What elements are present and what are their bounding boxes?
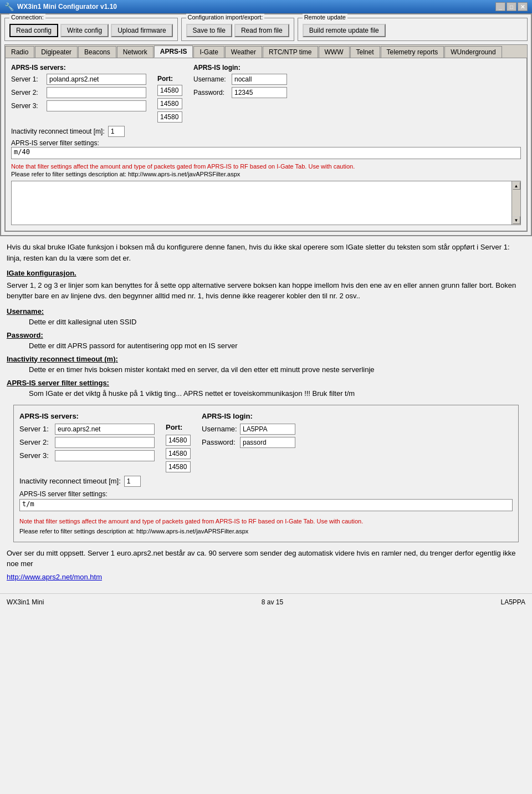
connection-group: Connection: Read config Write config Upl…	[4, 18, 178, 41]
description-section: Hvis du skal bruke IGate funksjon i boks…	[0, 236, 532, 588]
tab-www[interactable]: WWW	[319, 46, 350, 58]
login-section: APRS-IS login: Username: Password:	[193, 64, 287, 98]
password-input[interactable]	[232, 87, 287, 98]
tab-network[interactable]: Network	[117, 46, 154, 58]
example-port1-input[interactable]	[166, 435, 191, 446]
example-password-input[interactable]	[240, 437, 295, 448]
inactivity-heading: Inactivity reconnect timeout (m):	[7, 355, 118, 363]
password-desc: Dette er ditt APRS passord for autentise…	[29, 340, 525, 352]
server1-label: Server 1:	[11, 75, 44, 83]
server3-input[interactable]	[47, 100, 146, 111]
inactivity-row: Inactivity reconnect timeout [m]:	[11, 126, 521, 137]
servers-label: APRS-IS servers:	[11, 64, 146, 72]
desc-heading1: IGate konfigurasjon.	[7, 268, 525, 279]
port3-input[interactable]	[157, 111, 182, 123]
example-filter-label: APRS-IS server filter settings:	[19, 489, 513, 499]
username-label: Username:	[193, 75, 229, 83]
tabs-container: Radio Digipeater Beacons Network APRS-IS…	[4, 44, 528, 232]
tab-digipeater[interactable]: Digipeater	[35, 46, 78, 58]
minimize-button[interactable]: _	[495, 2, 505, 11]
filter-label: APRS-IS server filter settings:	[11, 139, 521, 147]
titlebar: 🔧 WX3in1 Mini Configurator v1.10 _ □ ✕	[0, 0, 532, 13]
filter-heading: APRS-IS server filter settings:	[7, 379, 109, 387]
server2-label: Server 2:	[11, 89, 44, 96]
read-config-button[interactable]: Read config	[9, 24, 58, 37]
log-scrollbar[interactable]: ▲ ▼	[511, 181, 520, 225]
titlebar-controls[interactable]: _ □ ✕	[495, 2, 528, 11]
save-to-file-button[interactable]: Save to file	[186, 24, 232, 37]
desc-para2: Server 1, 2 og 3 er linjer som kan benyt…	[7, 280, 525, 302]
example-password-label: Password:	[202, 437, 238, 448]
tabs-row: Radio Digipeater Beacons Network APRS-IS…	[5, 45, 527, 58]
example-username-input[interactable]	[240, 424, 295, 435]
password-heading: Password:	[7, 331, 43, 339]
build-remote-update-button[interactable]: Build remote update file	[303, 24, 386, 37]
port2-input[interactable]	[157, 98, 182, 109]
example-server3-input[interactable]	[55, 450, 155, 461]
write-config-button[interactable]: Write config	[60, 24, 109, 37]
port1-input[interactable]	[157, 85, 182, 96]
example-login-header: APRS-IS login:	[202, 411, 295, 422]
example-server2-label: Server 2:	[19, 437, 53, 448]
example-config-box: APRS-IS servers: Server 1: Server 2: Ser…	[13, 405, 519, 542]
example-port-header: Port:	[166, 422, 191, 433]
filter-input[interactable]: m/40	[11, 147, 521, 159]
port-header: Port:	[157, 75, 182, 83]
server2-input[interactable]	[47, 87, 146, 98]
example-filter-input[interactable]: t/m	[19, 499, 513, 511]
app-icon: 🔧	[4, 2, 14, 11]
example-server2-input[interactable]	[55, 437, 155, 448]
log-area: ▲ ▼	[11, 181, 521, 225]
upload-firmware-button[interactable]: Upload firmware	[111, 24, 172, 37]
maximize-button[interactable]: □	[507, 2, 516, 11]
tab-wunderground[interactable]: WUnderground	[444, 46, 502, 58]
server1-input[interactable]	[47, 74, 146, 85]
desc-heading2: Username:	[7, 306, 525, 317]
desc-heading4: Inactivity reconnect timeout (m):	[7, 354, 525, 365]
main-window: Connection: Read config Write config Upl…	[0, 13, 532, 236]
example-port2-input[interactable]	[166, 448, 191, 459]
login-header: APRS-IS login:	[193, 64, 287, 72]
servers-section: APRS-IS servers: Server 1: Server 2: Ser…	[11, 64, 146, 111]
inactivity-input[interactable]	[108, 126, 125, 137]
tab-aprs-is[interactable]: APRS-IS	[154, 45, 193, 58]
desc-para1: Hvis du skal bruke IGate funksjon i boks…	[7, 242, 525, 263]
tab-radio[interactable]: Radio	[5, 46, 34, 58]
tab-beacons[interactable]: Beacons	[78, 46, 116, 58]
tab-rtc-ntp[interactable]: RTC/NTP time	[263, 46, 318, 58]
config-io-group: Configuration import/export: Save to fil…	[181, 18, 294, 41]
close-button[interactable]: ✕	[518, 2, 528, 11]
scroll-down-button[interactable]: ▼	[513, 216, 520, 224]
inactivity-desc: Dette er en timer hvis boksen mister kon…	[29, 364, 525, 375]
example-port3-input[interactable]	[166, 461, 191, 472]
remote-update-group: Remote update Build remote update file	[298, 18, 528, 41]
config-io-legend: Configuration import/export:	[186, 14, 265, 21]
titlebar-title: WX3in1 Mini Configurator v1.10	[17, 3, 117, 11]
server3-label: Server 3:	[11, 102, 44, 110]
read-from-file-button[interactable]: Read from file	[234, 24, 289, 37]
example-inactivity-input[interactable]	[124, 476, 141, 487]
closing-text: Over ser du mitt oppsett. Server 1 euro.…	[7, 549, 515, 568]
username-desc: Dette er ditt kallesignal uten SSID	[29, 317, 525, 328]
scroll-up-button[interactable]: ▲	[513, 182, 520, 190]
filter-desc: Som IGate er det viktg å huske på 1 vikt…	[29, 388, 525, 399]
example-servers-section: APRS-IS servers: Server 1: Server 2: Ser…	[19, 411, 155, 462]
username-heading: Username:	[7, 307, 44, 315]
titlebar-left: 🔧 WX3in1 Mini Configurator v1.10	[4, 2, 117, 11]
password-label: Password:	[193, 89, 229, 96]
tab-content-aprs-is: APRS-IS servers: Server 1: Server 2: Ser…	[5, 58, 527, 231]
example-username-label: Username:	[202, 424, 238, 435]
example-server1-input[interactable]	[55, 424, 155, 435]
footer-left: WX3in1 Mini	[7, 598, 44, 606]
tab-telnet[interactable]: Telnet	[350, 46, 380, 58]
example-note-black: Please refer to filter settings descript…	[19, 527, 513, 536]
aprs2-link[interactable]: http://www.aprs2.net/mon.htm	[7, 573, 102, 581]
tab-weather[interactable]: Weather	[225, 46, 262, 58]
inactivity-label: Inactivity reconnect timeout [m]:	[11, 128, 105, 135]
example-inactivity-label: Inactivity reconnect timeout [m]:	[19, 476, 121, 487]
toolbar-row: Connection: Read config Write config Upl…	[4, 18, 528, 41]
tab-i-gate[interactable]: I-Gate	[193, 46, 224, 58]
tab-telemetry[interactable]: Telemetry reports	[381, 46, 444, 58]
remote-update-legend: Remote update	[303, 14, 347, 21]
username-input[interactable]	[232, 74, 287, 85]
